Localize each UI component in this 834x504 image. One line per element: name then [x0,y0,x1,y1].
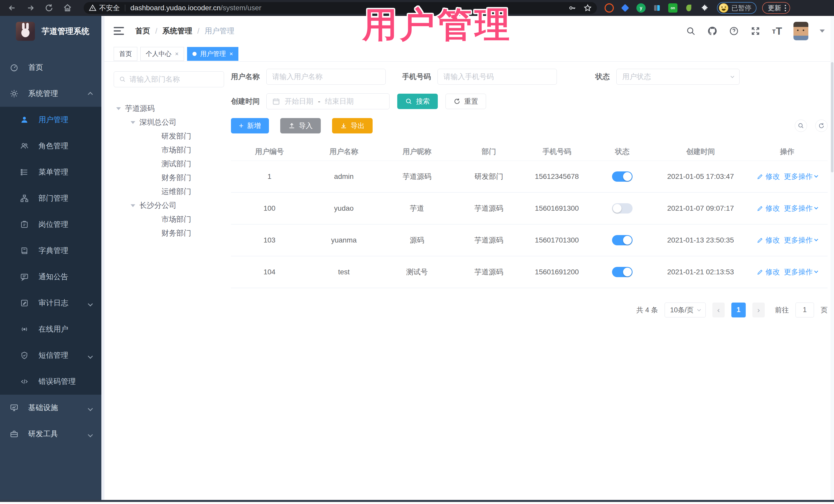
header-search-icon[interactable] [686,26,696,36]
search-button[interactable]: 搜索 [397,94,438,109]
sidebar-item-infrastructure[interactable]: 基础设施 [0,395,101,421]
sidebar-collapse-icon[interactable] [114,27,125,36]
scrollbar-thumb[interactable] [831,62,833,172]
more-actions-link[interactable]: 更多操作 [784,172,817,181]
edit-link[interactable]: 修改 [757,203,780,213]
user-avatar[interactable] [793,22,808,40]
tree-node[interactable]: 芋道源码 [114,102,224,115]
status-toggle[interactable] [612,235,633,245]
github-icon[interactable] [707,26,718,36]
tree-node[interactable]: 市场部门 [114,213,224,226]
roles-icon [20,141,29,150]
tree-node[interactable]: 财务部门 [114,171,224,185]
tree-node[interactable]: 测试部门 [114,157,224,171]
user-menu-caret-icon[interactable] [820,29,825,32]
pagination: 共 4 条 10条/页 ‹ 1 › 前往 页 [231,303,828,317]
bookmark-star-icon[interactable] [584,4,592,12]
tab-user-mgmt[interactable]: 用户管理 × [187,47,238,61]
username-input[interactable] [272,73,380,81]
sidebar-item-sms-mgmt[interactable]: 短信管理 [0,342,101,369]
fullscreen-icon[interactable] [750,26,761,36]
sidebar-item-user-mgmt[interactable]: 用户管理 [0,107,101,133]
status-toggle[interactable] [612,171,633,182]
breadcrumb-home[interactable]: 首页 [135,26,150,36]
sidebar-item-audit-log[interactable]: 审计日志 [0,290,101,316]
sidebar-item-system[interactable]: 系统管理 [0,81,101,107]
sidebar-item-notice[interactable]: 通知公告 [0,264,101,290]
extension-on-badge-icon[interactable]: on [668,3,678,13]
import-button[interactable]: 导入 [280,118,321,133]
refresh-table-button[interactable] [815,119,828,132]
browser-profile-chip[interactable]: 已暂停 [717,2,756,14]
font-size-icon[interactable]: ᴛT [772,26,782,36]
createtime-range-picker[interactable]: 开始日期 - 结束日期 [266,93,390,109]
prev-page-button[interactable]: ‹ [712,303,725,317]
edit-link[interactable]: 修改 [757,172,780,181]
browser-home-icon[interactable] [63,3,72,13]
extension-leaf-icon[interactable] [684,3,694,13]
date-start-placeholder: 开始日期 [285,96,313,106]
tree-node[interactable]: 市场部门 [114,143,224,157]
sidebar-item-error-code[interactable]: 错误码管理 [0,369,101,395]
tree-caret-icon[interactable] [116,107,121,110]
sidebar-item-dict-mgmt[interactable]: 字典管理 [0,238,101,264]
page-size-select[interactable]: 10条/页 [665,303,706,317]
app-logo-row[interactable]: 芋道管理系统 [0,16,101,47]
more-actions-link[interactable]: 更多操作 [784,203,817,213]
browser-update-menu[interactable]: 更新 [762,2,790,14]
browser-forward-icon[interactable] [26,3,36,13]
tab-home[interactable]: 首页 [114,47,137,61]
mobile-input[interactable] [443,73,551,81]
tab-profile[interactable]: 个人中心 × [140,47,184,61]
sidebar-item-dept-mgmt[interactable]: 部门管理 [0,185,101,212]
extension-gem-icon[interactable] [620,3,630,13]
browser-back-icon[interactable] [7,3,17,13]
url-path: /system/user [221,4,262,12]
page-scrollbar[interactable] [830,16,834,502]
export-button[interactable]: 导出 [332,118,373,133]
tab-close-icon[interactable]: × [229,50,233,58]
sidebar-item-role-mgmt[interactable]: 角色管理 [0,133,101,159]
goto-page-input[interactable] [795,303,814,317]
sidebar-item-online-users[interactable]: 在线用户 [0,316,101,342]
sidebar-scrollbar[interactable] [101,16,105,502]
extension-grid-icon[interactable] [652,3,662,13]
more-actions-link[interactable]: 更多操作 [784,235,817,245]
address-bar[interactable]: 不安全 dashboard.yudao.iocoder.cn/system/us… [84,2,597,14]
tree-caret-icon[interactable] [131,121,135,124]
reset-button[interactable]: 重置 [445,94,486,109]
chevron-up-icon [88,92,93,97]
next-page-button[interactable]: › [752,303,765,317]
online-user-icon [20,325,29,334]
sidebar-item-home[interactable]: 首页 [0,54,101,81]
more-actions-link[interactable]: 更多操作 [784,267,817,277]
extension-orange-icon[interactable] [605,3,614,13]
chevron-down-icon [814,269,818,273]
status-toggle[interactable] [612,267,633,277]
show-search-toggle-button[interactable] [795,119,807,132]
edit-link[interactable]: 修改 [757,235,780,245]
add-button[interactable]: + 新增 [231,118,269,133]
tree-node[interactable]: 研发部门 [114,129,224,143]
tab-close-icon[interactable]: × [175,50,179,58]
tree-node[interactable]: 运维部门 [114,185,224,199]
sidebar-item-menu-mgmt[interactable]: 菜单管理 [0,159,101,185]
dept-search-input[interactable] [130,75,219,83]
tree-node[interactable]: 深圳总公司 [114,115,224,129]
password-key-icon[interactable] [568,4,576,12]
mobile-field [438,69,557,85]
status-toggle[interactable] [612,203,633,214]
status-select[interactable]: 用户状态 [616,69,740,85]
extension-green-y-icon[interactable]: y [636,3,646,13]
tree-node[interactable]: 财务部门 [114,226,224,240]
breadcrumb-system[interactable]: 系统管理 [162,26,192,36]
extension-puzzle-icon[interactable] [700,3,709,13]
help-icon[interactable] [729,26,739,36]
sidebar-item-devtools[interactable]: 研发工具 [0,421,101,447]
page-1-button[interactable]: 1 [731,303,746,317]
browser-reload-icon[interactable] [44,3,54,13]
tree-caret-icon[interactable] [131,204,135,207]
sidebar-item-post-mgmt[interactable]: 岗位管理 [0,212,101,238]
tree-node[interactable]: 长沙分公司 [114,199,224,213]
edit-link[interactable]: 修改 [757,267,780,277]
